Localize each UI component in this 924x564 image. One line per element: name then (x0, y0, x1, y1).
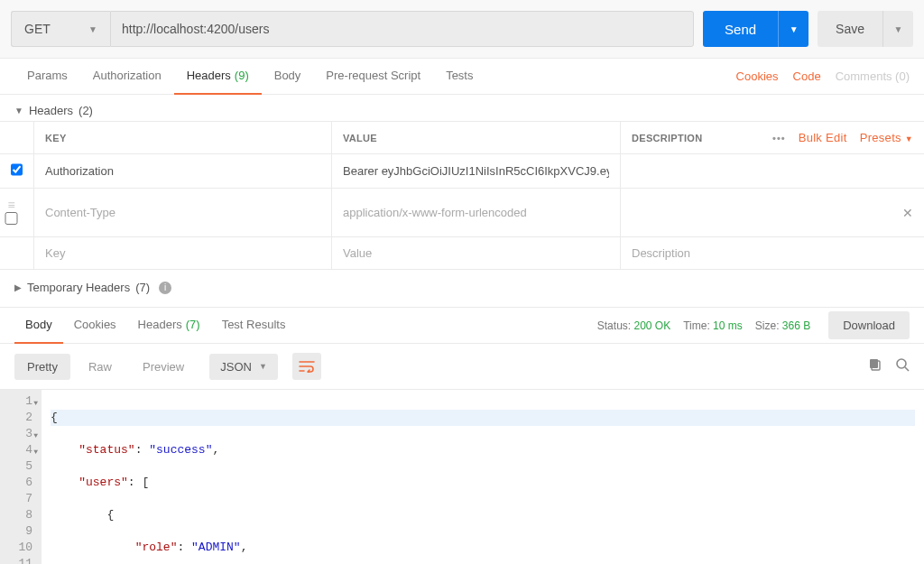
response-tabs: Body Cookies Headers (7) Test Results St… (0, 308, 924, 344)
col-value: VALUE (332, 122, 621, 154)
header-key-input[interactable] (45, 164, 320, 178)
table-row-new (0, 237, 924, 270)
comments-link[interactable]: Comments (0) (836, 69, 910, 83)
headers-collapse-toggle[interactable]: ▼ Headers (2) (0, 95, 924, 121)
viewer-right (868, 357, 910, 375)
url-input[interactable] (110, 11, 694, 47)
save-button[interactable]: Save (818, 11, 882, 47)
resp-tab-headers[interactable]: Headers (7) (127, 308, 211, 344)
right-links: Cookies Code Comments (0) (736, 69, 910, 83)
presets-dropdown[interactable]: Presets ▼ (860, 131, 913, 144)
response-meta: Status: 200 OK Time: 10 ms Size: 366 B D… (597, 311, 910, 339)
bulk-edit-link[interactable]: Bulk Edit (799, 131, 847, 144)
tab-body[interactable]: Body (262, 59, 314, 95)
temp-headers-title: Temporary Headers (27, 281, 130, 294)
chevron-down-icon: ▼ (259, 362, 267, 371)
tab-prerequest[interactable]: Pre-request Script (313, 59, 433, 95)
tab-headers-label: Headers (187, 69, 231, 82)
header-desc-input[interactable] (632, 164, 913, 178)
tab-headers[interactable]: Headers (9) (174, 59, 262, 95)
tab-params[interactable]: Params (14, 59, 80, 95)
header-value-input[interactable] (343, 206, 609, 219)
header-desc-input[interactable] (632, 246, 913, 260)
caret-down-icon: ▼ (14, 106, 23, 116)
chevron-down-icon: ▼ (88, 24, 97, 34)
info-icon[interactable]: i (159, 282, 171, 294)
row-enable-checkbox[interactable] (11, 163, 23, 176)
method-select[interactable]: GET ▼ (11, 11, 110, 47)
header-value-input[interactable] (343, 246, 609, 260)
col-description: DESCRIPTION (632, 133, 702, 143)
size-value: 366 B (782, 319, 810, 332)
header-value-input[interactable] (343, 164, 609, 178)
chevron-down-icon: ▼ (905, 134, 913, 143)
send-button[interactable]: Send (703, 11, 778, 47)
save-group: Save ▼ (818, 11, 913, 47)
search-icon[interactable] (895, 357, 910, 375)
headers-count: (2) (79, 104, 93, 117)
method-value: GET (24, 22, 51, 36)
row-enable-checkbox[interactable] (0, 212, 23, 225)
close-icon[interactable]: ✕ (902, 206, 913, 220)
svg-point-2 (897, 359, 906, 368)
request-tabs: Params Authorization Headers (9) Body Pr… (0, 59, 924, 95)
time-value: 10 ms (713, 319, 743, 332)
download-button[interactable]: Download (828, 311, 910, 339)
save-dropdown[interactable]: ▼ (882, 11, 913, 47)
code-content[interactable]: { "status": "success", "users": [ { "rol… (42, 390, 924, 564)
table-header-row: KEY VALUE DESCRIPTION ••• Bulk Edit Pres… (0, 122, 924, 154)
send-dropdown[interactable]: ▼ (778, 11, 808, 47)
svg-line-3 (905, 367, 909, 371)
table-row (0, 154, 924, 189)
tab-tests[interactable]: Tests (433, 59, 485, 95)
status-value: 200 OK (633, 319, 670, 332)
copy-icon[interactable] (868, 357, 882, 375)
viewer-bar: Pretty Raw Preview JSON ▼ (0, 344, 924, 389)
col-key: KEY (34, 122, 332, 154)
tab-authorization[interactable]: Authorization (80, 59, 174, 95)
headers-title: Headers (29, 104, 73, 117)
chevron-down-icon: ▼ (790, 24, 799, 34)
send-group: Send ▼ (703, 11, 808, 47)
view-raw[interactable]: Raw (76, 354, 125, 380)
cookies-link[interactable]: Cookies (736, 69, 779, 83)
resp-tab-test-results[interactable]: Test Results (211, 308, 297, 344)
resp-tab-cookies[interactable]: Cookies (63, 308, 127, 344)
code-link[interactable]: Code (793, 69, 821, 83)
header-key-input[interactable] (45, 206, 320, 219)
table-row: ≡ ✕ (0, 189, 924, 237)
header-key-input[interactable] (45, 246, 320, 260)
caret-right-icon: ▶ (14, 282, 22, 292)
format-select[interactable]: JSON ▼ (209, 354, 278, 380)
resp-headers-count: (7) (186, 318, 200, 331)
view-preview[interactable]: Preview (130, 354, 197, 380)
temp-headers-toggle[interactable]: ▶ Temporary Headers (7) i (0, 270, 924, 308)
svg-rect-1 (870, 359, 878, 368)
tab-headers-count: (9) (235, 69, 249, 82)
resp-tab-body[interactable]: Body (14, 308, 63, 344)
chevron-down-icon: ▼ (894, 24, 903, 34)
headers-table: KEY VALUE DESCRIPTION ••• Bulk Edit Pres… (0, 121, 924, 270)
view-pretty[interactable]: Pretty (14, 354, 70, 380)
drag-handle-icon[interactable]: ≡ (7, 198, 14, 212)
temp-headers-count: (7) (135, 281, 150, 294)
more-icon[interactable]: ••• (772, 133, 786, 143)
request-bar: GET ▼ Send ▼ Save ▼ (0, 0, 924, 59)
wrap-lines-icon[interactable] (292, 353, 321, 380)
response-body: 1▼ 2 3▼ 4▼ 5 6 7 8 9 10 11 { "status": "… (0, 389, 924, 564)
header-desc-input[interactable] (632, 206, 902, 220)
line-gutter: 1▼ 2 3▼ 4▼ 5 6 7 8 9 10 11 (0, 390, 42, 564)
